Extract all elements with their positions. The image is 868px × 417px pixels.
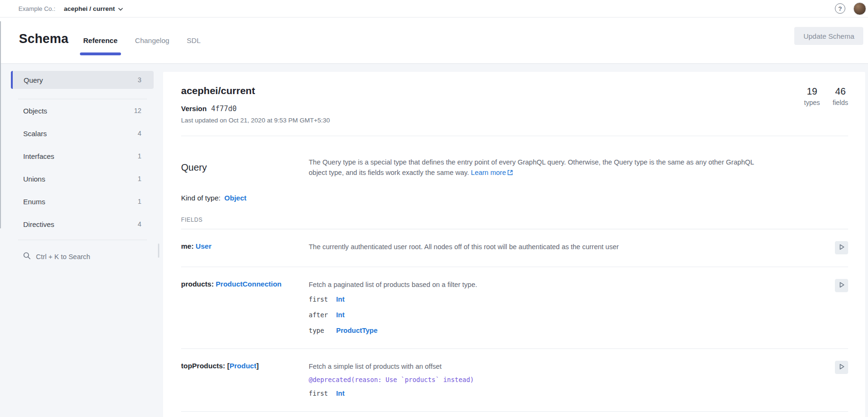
sidebar-item-label: Scalars — [23, 130, 47, 138]
type-name: Query — [181, 162, 309, 173]
sidebar-item-enums[interactable]: Enums 1 — [11, 190, 154, 213]
tab-reference[interactable]: Reference — [83, 17, 118, 63]
sidebar-item-label: Enums — [23, 198, 45, 206]
schema-reference-card: acephei/current Version 4f77d0 Last upda… — [163, 72, 865, 417]
external-link-icon — [507, 168, 513, 178]
run-in-explorer-button[interactable] — [835, 241, 848, 254]
argument-row: type ProductType — [309, 327, 832, 336]
argument-name: after — [309, 311, 336, 319]
field-row-topproducts: topProducts: [Product] Fetch a simple li… — [181, 349, 848, 412]
sidebar-item-query[interactable]: Query 3 — [11, 71, 154, 89]
field-description: Fetch a paginated list of products based… — [309, 280, 832, 289]
type-description-text: The Query type is a special type that de… — [309, 158, 754, 176]
tab-sdl[interactable]: SDL — [187, 17, 200, 63]
version-value: 4f77d0 — [211, 104, 236, 113]
play-icon — [839, 244, 845, 252]
argument-type-link[interactable]: Int — [336, 295, 345, 303]
window-scrollbar[interactable] — [0, 21, 1, 228]
field-type-link[interactable]: ProductConnection — [216, 280, 281, 288]
fields-section-label: FIELDS — [181, 217, 848, 223]
field-name: me: User — [181, 242, 309, 254]
org-label: Example Co.: — [18, 5, 55, 12]
field-name: products: ProductConnection — [181, 280, 309, 336]
field-name: topProducts: [Product] — [181, 362, 309, 399]
sidebar-item-interfaces[interactable]: Interfaces 1 — [11, 145, 154, 167]
argument-row: after Int — [309, 311, 832, 321]
argument-type-link[interactable]: Int — [336, 311, 345, 319]
sidebar-item-label: Directives — [23, 220, 54, 228]
sidebar-item-label: Unions — [23, 175, 45, 183]
sidebar-item-label: Query — [24, 76, 43, 84]
learn-more-link[interactable]: Learn more — [471, 169, 506, 176]
sidebar-divider — [18, 240, 147, 240]
sidebar-item-scalars[interactable]: Scalars 4 — [11, 122, 154, 145]
play-icon — [839, 282, 845, 289]
search-icon — [23, 252, 31, 261]
graph-selector[interactable]: acephei / current — [64, 4, 123, 13]
schema-search[interactable]: Ctrl + K to Search — [11, 246, 154, 267]
stat-fields: 46 fields — [833, 86, 848, 106]
field-name-text: me: — [181, 242, 194, 250]
schema-header: acephei/current Version 4f77d0 Last upda… — [181, 72, 848, 136]
stat-types: 19 types — [804, 86, 820, 106]
sidebar-item-directives[interactable]: Directives 4 — [11, 213, 154, 235]
version-line: Version 4f77d0 — [181, 104, 848, 113]
sidebar-item-count: 12 — [134, 107, 141, 114]
tab-changelog[interactable]: Changelog — [135, 17, 170, 63]
page-title: Schema — [19, 32, 69, 46]
field-row-products: products: ProductConnection Fetch a pagi… — [181, 267, 848, 349]
argument-list: first Int after Int type ProductType — [309, 295, 832, 336]
argument-name: first — [309, 295, 336, 303]
field-type-link[interactable]: Product — [230, 362, 257, 370]
sidebar-item-objects[interactable]: Objects 12 — [11, 99, 154, 122]
sidebar-item-unions[interactable]: Unions 1 — [11, 167, 154, 190]
argument-type-link[interactable]: ProductType — [336, 327, 378, 334]
type-description: The Query type is a special type that de… — [309, 157, 763, 178]
version-label: Version — [181, 104, 207, 113]
stat-types-label: types — [804, 99, 820, 106]
field-details: Fetch a paginated list of products based… — [309, 280, 832, 336]
argument-name: type — [309, 327, 336, 334]
argument-list: first Int — [309, 390, 832, 399]
schema-stats: 19 types 46 fields — [804, 86, 848, 106]
kind-of-type-line: Kind of type: Object — [181, 194, 848, 202]
field-type-link[interactable]: User — [196, 242, 211, 250]
field-name-text: topProducts: — [181, 362, 225, 370]
type-nav-sidebar: Query 3 Objects 12 Scalars 4 Interfaces … — [11, 71, 154, 267]
graph-name: acephei / current — [64, 5, 115, 12]
sidebar-item-count: 1 — [138, 152, 141, 160]
sidebar-item-count: 4 — [138, 130, 141, 137]
avatar[interactable] — [853, 2, 866, 15]
schema-title: acephei/current — [181, 85, 848, 96]
update-schema-button[interactable]: Update Schema — [794, 27, 863, 45]
sidebar-item-count: 1 — [138, 198, 141, 205]
play-icon — [839, 364, 845, 371]
sidebar-scrollbar[interactable] — [158, 243, 159, 258]
sidebar-item-label: Objects — [23, 107, 47, 115]
card-divider — [181, 136, 848, 136]
argument-row: first Int — [309, 390, 832, 399]
stat-fields-label: fields — [833, 99, 848, 106]
sidebar-item-count: 3 — [138, 76, 141, 84]
help-icon[interactable]: ? — [835, 3, 845, 14]
search-hint: Ctrl + K to Search — [36, 253, 90, 261]
deprecated-annotation: @deprecated(reason: Use `products` inste… — [309, 376, 832, 383]
field-name-text: products: — [181, 280, 214, 288]
last-updated: Last updated on Oct 21, 2020 at 9:53 PM … — [181, 117, 848, 124]
run-in-explorer-button[interactable] — [835, 279, 848, 292]
stat-types-value: 19 — [804, 86, 820, 97]
field-description: Fetch a simple list of products with an … — [309, 362, 832, 371]
sidebar-item-label: Interfaces — [23, 152, 54, 160]
sidebar-item-count: 1 — [138, 175, 141, 182]
argument-row: first Int — [309, 295, 832, 305]
argument-name: first — [309, 390, 336, 397]
bracket-close: ] — [256, 362, 259, 370]
stat-fields-value: 46 — [833, 86, 848, 97]
kind-value-link[interactable]: Object — [225, 194, 247, 202]
kind-label: Kind of type: — [181, 194, 220, 202]
topbar: Example Co.: acephei / current ? — [0, 0, 868, 17]
argument-type-link[interactable]: Int — [336, 390, 345, 397]
field-details: Fetch a simple list of products with an … — [309, 362, 832, 399]
field-description: The currently authenticated user root. A… — [309, 242, 832, 254]
run-in-explorer-button[interactable] — [835, 361, 848, 374]
